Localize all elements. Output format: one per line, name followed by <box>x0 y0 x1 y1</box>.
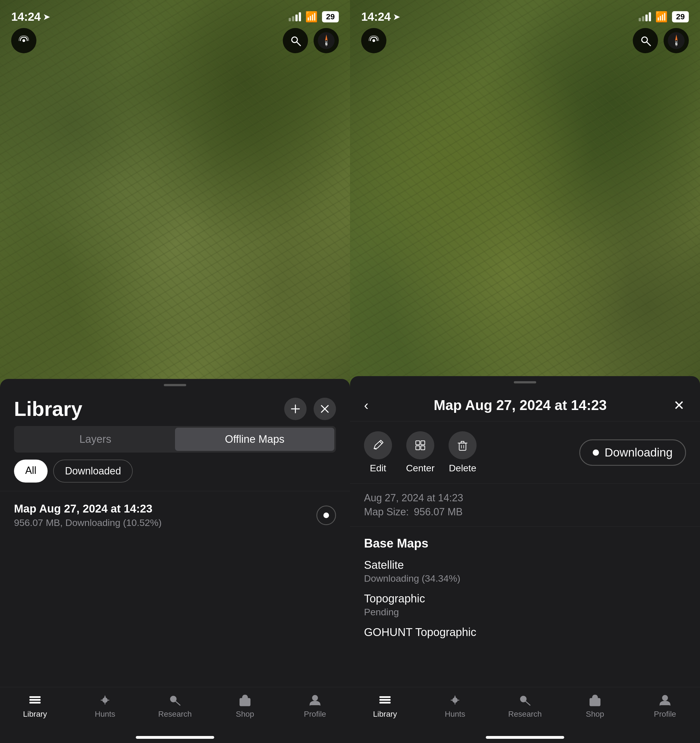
drag-handle-bar-right <box>514 381 536 383</box>
svg-rect-39 <box>379 696 391 698</box>
svg-rect-31 <box>421 446 425 450</box>
tab-layers[interactable]: Layers <box>16 428 175 451</box>
delete-icon-circle <box>448 431 477 459</box>
right-screen: 14:24 ➤ 📶 29 <box>350 0 700 743</box>
drag-handle-right <box>350 376 700 386</box>
filter-downloaded[interactable]: Downloaded <box>53 460 133 483</box>
signal-bar-2 <box>292 16 294 21</box>
edit-action[interactable]: Edit <box>364 431 392 474</box>
broadcast-button-left[interactable] <box>11 28 36 53</box>
downloading-dot <box>593 450 599 456</box>
nav-shop-right[interactable]: Shop <box>560 693 630 719</box>
download-indicator[interactable] <box>317 506 336 525</box>
svg-rect-29 <box>421 441 425 445</box>
svg-rect-47 <box>590 699 600 706</box>
back-button[interactable]: ‹ <box>361 395 371 416</box>
edit-icon-circle <box>364 431 392 459</box>
signal-bar-r1 <box>639 18 641 21</box>
nav-hunts-right[interactable]: Hunts <box>420 693 490 719</box>
status-icons-left: 📶 29 <box>289 11 339 23</box>
filter-row-left: All Downloaded <box>0 460 350 491</box>
panel-header-actions <box>284 398 336 420</box>
svg-rect-10 <box>30 696 41 698</box>
svg-rect-11 <box>30 699 41 701</box>
topographic-status: Pending <box>364 607 686 617</box>
center-action[interactable]: Center <box>406 431 435 474</box>
nav-label-shop-left: Shop <box>236 710 254 719</box>
base-map-satellite: Satellite Downloading (34.34%) <box>364 559 686 584</box>
map-controls-left: N <box>0 22 350 59</box>
add-map-button[interactable] <box>284 398 306 420</box>
map-detail-size: Map Size: 956.07 MB <box>364 506 686 518</box>
center-label: Center <box>406 463 435 474</box>
search-button-right[interactable] <box>633 28 658 53</box>
tab-offline-maps[interactable]: Offline Maps <box>175 428 334 451</box>
map-detail-panel: ‹ Map Aug 27, 2024 at 14:23 ✕ Edit <box>350 376 700 743</box>
nav-label-hunts-right: Hunts <box>445 710 465 719</box>
nav-shop-left[interactable]: Shop <box>210 693 280 719</box>
nav-profile-right[interactable]: Profile <box>630 693 700 719</box>
bottom-nav-left: Library Hunts Research <box>0 687 350 743</box>
map-background <box>0 0 350 409</box>
action-row: Edit Center <box>350 422 700 484</box>
home-indicator-right <box>486 736 564 739</box>
wifi-left: 📶 <box>305 11 318 23</box>
nav-hunts-left[interactable]: Hunts <box>70 693 140 719</box>
compass-left[interactable]: N <box>314 28 339 53</box>
right-map-controls-right: N <box>633 28 689 53</box>
nav-research-left[interactable]: Research <box>140 693 210 719</box>
nav-library-left[interactable]: Library <box>0 693 70 719</box>
nav-library-right[interactable]: Library <box>350 693 420 719</box>
drag-handle-bar <box>164 384 186 386</box>
filter-all[interactable]: All <box>14 460 47 483</box>
search-button-left[interactable] <box>283 28 308 53</box>
download-dot <box>323 512 329 518</box>
signal-left <box>289 12 301 21</box>
time-left: 14:24 <box>11 10 41 24</box>
nav-profile-left[interactable]: Profile <box>280 693 350 719</box>
nav-label-shop-right: Shop <box>586 710 604 719</box>
downloading-button[interactable]: Downloading <box>579 440 686 466</box>
map-list-item[interactable]: Map Aug 27, 2024 at 14:23 956.07 MB, Dow… <box>0 491 350 539</box>
nav-research-right[interactable]: Research <box>490 693 560 719</box>
compass-inner-left: N <box>318 32 334 49</box>
action-group: Edit Center <box>364 431 477 474</box>
base-map-gohunt: GOHUNT Topographic Pending <box>364 626 686 639</box>
bottom-nav-right: Library Hunts Research <box>350 687 700 743</box>
svg-rect-12 <box>30 702 41 703</box>
svg-line-2 <box>297 42 300 46</box>
broadcast-button-right[interactable] <box>361 28 386 53</box>
right-map-controls-left: N <box>283 28 339 53</box>
map-detail-info: Aug 27, 2024 at 14:23 Map Size: 956.07 M… <box>350 484 700 527</box>
edit-label: Edit <box>370 463 386 474</box>
svg-line-26 <box>380 441 382 444</box>
base-maps-section: Base Maps Satellite Downloading (34.34%)… <box>350 527 700 639</box>
compass-right[interactable]: N <box>664 28 689 53</box>
nav-label-hunts-left: Hunts <box>95 710 115 719</box>
signal-bar-4 <box>299 12 301 21</box>
base-maps-title: Base Maps <box>364 536 686 550</box>
delete-action[interactable]: Delete <box>448 431 477 474</box>
time-right: 14:24 <box>361 10 391 24</box>
svg-point-48 <box>663 696 667 700</box>
signal-bar-r3 <box>645 15 648 21</box>
satellite-name: Satellite <box>364 559 686 571</box>
close-panel-button-left[interactable] <box>314 398 336 420</box>
map-item-subtitle: 956.07 MB, Downloading (10.52%) <box>14 517 317 528</box>
wifi-right: 📶 <box>655 11 668 23</box>
base-map-topographic: Topographic Pending <box>364 592 686 617</box>
nav-label-profile-left: Profile <box>304 710 326 719</box>
close-detail-button[interactable]: ✕ <box>669 397 689 413</box>
map-size-label: Map Size: <box>364 506 409 518</box>
svg-text:N: N <box>325 42 328 46</box>
svg-marker-23 <box>675 34 678 41</box>
signal-bar-r4 <box>649 12 651 21</box>
topographic-name: Topographic <box>364 592 686 605</box>
svg-point-0 <box>22 39 25 42</box>
svg-marker-3 <box>325 34 328 41</box>
home-indicator-left <box>136 736 214 739</box>
location-arrow-left: ➤ <box>43 12 50 22</box>
map-detail-date: Aug 27, 2024 at 14:23 <box>364 492 686 504</box>
location-arrow-right: ➤ <box>393 12 400 22</box>
satellite-status: Downloading (34.34%) <box>364 573 686 584</box>
